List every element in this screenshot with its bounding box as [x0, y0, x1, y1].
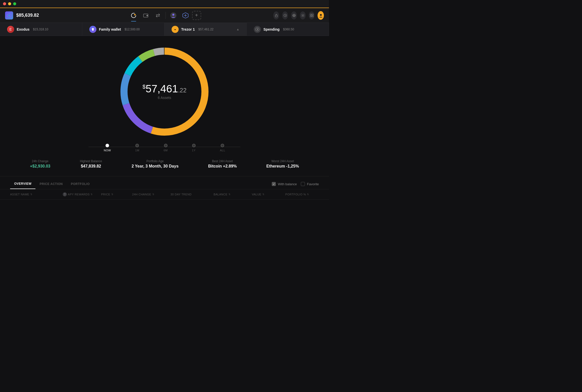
- with-balance-checkbox[interactable]: ✓: [272, 182, 276, 186]
- with-balance-label: With balance: [278, 182, 297, 186]
- header: $85,639.82: [0, 8, 329, 23]
- nav-wallet-button[interactable]: [140, 10, 151, 21]
- tabs-filters: ✓ With balance Favorite: [272, 182, 319, 186]
- wallet-spending[interactable]: Spending $360.50: [247, 23, 329, 36]
- nav-add-wallet-button[interactable]: [180, 10, 191, 21]
- settings-button[interactable]: [300, 11, 306, 19]
- timeline-1y[interactable]: 1Y: [192, 144, 196, 152]
- svg-point-7: [172, 14, 174, 16]
- header-right: [273, 11, 324, 20]
- stat-worst-label: Worst 24H Asset: [266, 159, 299, 163]
- th-price-sort-icon: ⇅: [111, 193, 114, 196]
- th-trend-label: 30 DAY TREND: [171, 193, 192, 196]
- tab-price-action[interactable]: PRICE ACTION: [35, 179, 67, 189]
- timeline-now[interactable]: NOW: [104, 144, 111, 152]
- th-portfolio-label: PORTFOLIO %: [285, 193, 306, 196]
- donut-currency: $: [142, 84, 146, 90]
- tab-overview[interactable]: OVERVIEW: [10, 179, 35, 189]
- th-balance-sort-icon: ⇅: [228, 193, 231, 196]
- minimize-button[interactable]: [8, 2, 11, 5]
- wallet-trezor[interactable]: Trezor 1 $57,461.22 ▲: [164, 23, 247, 36]
- svg-point-24: [175, 29, 175, 30]
- wallet-bar: E Exodus $15,318.10 Family wallet $12,50…: [0, 23, 329, 36]
- wallet-exodus[interactable]: E Exodus $15,318.10: [0, 23, 82, 36]
- timeline-label-now: NOW: [104, 149, 111, 152]
- timeline-label-1y: 1Y: [192, 149, 196, 152]
- svg-point-16: [302, 15, 303, 16]
- th-30-day-trend: 30 DAY TREND: [171, 193, 214, 196]
- globe-button[interactable]: [291, 11, 297, 19]
- app-logo[interactable]: [5, 11, 13, 19]
- history-button[interactable]: [282, 11, 288, 19]
- nav-profile-button[interactable]: [168, 10, 179, 21]
- th-apy-label: APY REWARDS: [68, 193, 90, 196]
- th-value-label: VALUE: [252, 193, 261, 196]
- wallet-expand-icon[interactable]: ▲: [236, 28, 239, 31]
- svg-rect-20: [312, 16, 313, 17]
- maximize-button[interactable]: [13, 2, 16, 5]
- lock-button[interactable]: [273, 11, 279, 19]
- th-24h-change[interactable]: 24H CHANGE ⇅: [132, 193, 170, 196]
- th-apy-rewards[interactable]: ? APY REWARDS ⇅: [63, 192, 101, 196]
- th-portfolio-sort-icon: ⇅: [307, 193, 309, 196]
- th-portfolio-pct[interactable]: PORTFOLIO % ⇅: [285, 193, 319, 196]
- th-price[interactable]: PRICE ⇅: [101, 193, 132, 196]
- nav-portfolio-button[interactable]: [128, 10, 139, 21]
- donut-amount: $57,461.22: [142, 84, 186, 94]
- spending-name: Spending: [263, 27, 280, 31]
- timeline-1m[interactable]: 1M: [135, 144, 139, 152]
- stats-row: 24h Change +$2,930.03 Highest Balance $4…: [0, 154, 329, 174]
- th-change-label: 24H CHANGE: [132, 193, 151, 196]
- favorite-label: Favorite: [307, 182, 319, 186]
- stat-24h-label: 24h Change: [30, 159, 50, 163]
- close-button[interactable]: [3, 2, 6, 5]
- th-balance[interactable]: BALANCE ⇅: [214, 193, 252, 196]
- svg-rect-19: [310, 16, 311, 17]
- timeline-dot-6m: [164, 144, 168, 147]
- th-asset-name[interactable]: ASSET NAME ⇅: [10, 193, 63, 196]
- family-balance: $12,500.00: [124, 28, 140, 31]
- grid-button[interactable]: [309, 11, 315, 19]
- th-price-label: PRICE: [101, 193, 110, 196]
- user-avatar[interactable]: [318, 11, 324, 20]
- family-name: Family wallet: [99, 27, 121, 31]
- tab-portfolio[interactable]: PORTFOLIO: [67, 179, 94, 189]
- timeline-dot-1y: [192, 144, 196, 147]
- stat-highest-value: $47,839.82: [80, 164, 102, 169]
- timeline: NOW 1M 6M 1Y ALL: [89, 144, 240, 152]
- plus-icon: +: [195, 12, 198, 18]
- stat-highest-balance: Highest Balance $47,839.82: [80, 159, 102, 169]
- svg-point-3: [134, 14, 136, 16]
- stat-age-label: Portfolio Age: [132, 159, 179, 163]
- th-value[interactable]: VALUE ⇅: [252, 193, 285, 196]
- th-apy-sort-icon: ⇅: [91, 193, 93, 196]
- chart-section: $57,461.22 6 Assets NOW 1M 6M: [0, 36, 329, 176]
- header-nav: +: [56, 10, 273, 21]
- th-balance-label: BALANCE: [214, 193, 227, 196]
- tabs-section: OVERVIEW PRICE ACTION PORTFOLIO ✓ With b…: [0, 176, 329, 189]
- exodus-balance: $15,318.10: [33, 28, 48, 31]
- spending-balance: $360.50: [283, 28, 294, 31]
- th-apy-info-icon: ?: [63, 192, 67, 196]
- stat-best-value: Bitcoin +2.89%: [208, 164, 237, 169]
- nav-transfer-button[interactable]: [152, 10, 163, 21]
- wallet-family[interactable]: Family wallet $12,500.00: [82, 23, 164, 36]
- exodus-icon: E: [7, 26, 14, 33]
- family-icon: [89, 26, 96, 33]
- total-balance: $85,639.82: [16, 13, 39, 18]
- th-change-sort-icon: ⇅: [152, 193, 155, 196]
- svg-rect-11: [275, 15, 277, 17]
- filter-favorite[interactable]: Favorite: [301, 182, 319, 186]
- timeline-all[interactable]: ALL: [220, 144, 225, 152]
- filter-with-balance[interactable]: ✓ With balance: [272, 182, 297, 186]
- timeline-dot-all: [221, 144, 224, 147]
- stat-best-label: Best 24H Asset: [208, 159, 237, 163]
- table-header: ASSET NAME ⇅ ? APY REWARDS ⇅ PRICE ⇅ 24H…: [0, 189, 329, 200]
- nav-add-app-button[interactable]: +: [192, 11, 201, 20]
- nav-divider: [165, 12, 166, 19]
- timeline-label-6m: 6M: [163, 149, 168, 152]
- trezor-balance: $57,461.22: [198, 28, 214, 31]
- timeline-6m[interactable]: 6M: [163, 144, 168, 152]
- stat-24h-value: +$2,930.03: [30, 164, 50, 169]
- favorite-checkbox[interactable]: [301, 182, 305, 186]
